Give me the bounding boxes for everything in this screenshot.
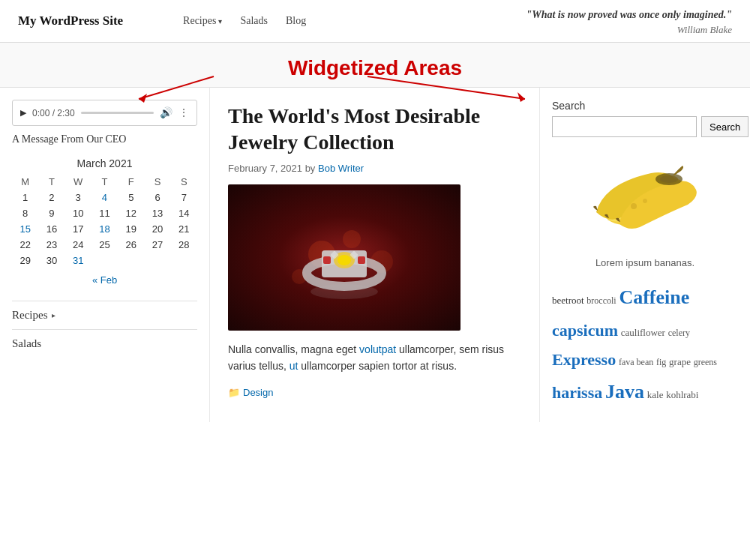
folder-icon: 📁 (228, 387, 240, 398)
article-author-link[interactable]: Bob Writer (318, 163, 364, 174)
tag-grape[interactable]: grape (669, 356, 691, 367)
audio-progress-bar[interactable] (81, 112, 154, 114)
audio-player: ▶ 0:00 / 2:30 🔊 ⋮ (12, 100, 197, 126)
banana-caption: Lorem ipsum bananas. (552, 257, 738, 268)
article-date: February 7, 2021 (228, 163, 302, 174)
calendar-day-5: 5 (118, 190, 144, 205)
banana-widget: Lorem ipsum bananas. (552, 152, 738, 268)
cal-header-m: M (12, 174, 38, 190)
main-layout: ▶ 0:00 / 2:30 🔊 ⋮ A Message From Our CEO… (0, 88, 750, 422)
calendar-day-17: 17 (65, 221, 92, 237)
left-nav-list: Recipes ▸ Salads (12, 301, 197, 358)
search-label: Search (552, 100, 738, 112)
calendar-day-24: 24 (65, 237, 92, 253)
widgetized-label: Widgetized Areas (0, 50, 750, 85)
nav-item-blog[interactable]: Blog (286, 15, 306, 27)
calendar-day-empty (144, 253, 170, 268)
calendar-day-11: 11 (92, 205, 118, 221)
calendar-widget: March 2021 M T W T F S S 123456789101112… (12, 157, 197, 286)
calendar-day-4[interactable]: 4 (92, 190, 118, 205)
cal-header-s2: S (171, 174, 197, 190)
calendar-day-31[interactable]: 31 (65, 253, 92, 268)
tag-greens[interactable]: greens (694, 357, 717, 367)
calendar-day-3: 3 (65, 190, 92, 205)
calendar-day-20: 20 (144, 221, 170, 237)
tag-capsicum[interactable]: capsicum (552, 321, 618, 340)
svg-rect-13 (358, 256, 365, 264)
left-nav-recipes[interactable]: Recipes ▸ (12, 301, 197, 329)
article-image (228, 184, 460, 331)
calendar-day-18[interactable]: 18 (92, 221, 118, 237)
calendar-day-14: 14 (171, 205, 197, 221)
tag-fava-bean[interactable]: fava bean (619, 357, 653, 367)
tag-expresso[interactable]: Expresso (552, 350, 616, 369)
tag-harissa[interactable]: harissa (552, 383, 602, 402)
audio-menu-icon[interactable]: ⋮ (178, 106, 189, 119)
article-by: by (305, 163, 316, 174)
calendar-day-2: 2 (38, 190, 64, 205)
calendar-day-23: 23 (38, 237, 64, 253)
chevron-down-icon: ▾ (218, 17, 222, 25)
tag-kohlrabi[interactable]: kohlrabi (666, 389, 698, 400)
calendar-day-7: 7 (171, 190, 197, 205)
category-link-design[interactable]: Design (243, 387, 273, 398)
svg-point-11 (338, 255, 351, 265)
nav-item-salads[interactable]: Salads (240, 15, 268, 27)
calendar-day-25: 25 (92, 237, 118, 253)
nav-label-salads: Salads (240, 15, 268, 27)
tag-celery[interactable]: celery (668, 328, 690, 338)
play-button[interactable]: ▶ (20, 108, 26, 118)
banana-svg (562, 152, 728, 250)
tag-broccoli[interactable]: broccoli (586, 295, 616, 306)
search-button[interactable]: Search (701, 116, 748, 137)
svg-point-16 (310, 284, 378, 299)
calendar-day-6: 6 (144, 190, 170, 205)
volume-icon[interactable]: 🔊 (160, 106, 172, 119)
calendar-day-27: 27 (144, 237, 170, 253)
calendar-day-10: 10 (65, 205, 92, 221)
calendar-day-30: 30 (38, 253, 64, 268)
tag-java[interactable]: Java (605, 381, 644, 403)
search-row: Search (552, 116, 738, 137)
site-title: My WordPress Site (18, 13, 123, 28)
calendar-day-28: 28 (171, 237, 197, 253)
article-category: 📁 Design (228, 387, 521, 398)
svg-point-5 (343, 230, 361, 248)
search-input[interactable] (552, 116, 697, 137)
article-title: The World's Most Desirable Jewelry Colle… (228, 103, 521, 155)
quote-author: William Blake (526, 24, 732, 36)
nav-label-blog: Blog (286, 15, 306, 27)
calendar-nav: « Feb (12, 274, 197, 286)
calendar-day-empty (118, 253, 144, 268)
article-meta: February 7, 2021 by Bob Writer (228, 163, 521, 174)
svg-rect-12 (323, 256, 331, 264)
article-text: Nulla convallis, magna eget volutpat ull… (228, 341, 521, 375)
nav-item-recipes[interactable]: Recipes ▾ (183, 15, 222, 27)
audio-time: 0:00 / 2:30 (32, 108, 75, 118)
search-widget: Search Search (552, 100, 738, 137)
calendar-title: March 2021 (12, 157, 197, 169)
tag-cauliflower[interactable]: cauliflower (621, 327, 665, 338)
calendar-day-16: 16 (38, 221, 64, 237)
article-link-volutpat[interactable]: volutpat (359, 343, 396, 355)
nav-label-recipes: Recipes (183, 15, 216, 27)
calendar-day-empty (92, 253, 118, 268)
tag-fig[interactable]: fig (656, 357, 666, 367)
header-quote: "What is now proved was once only imagin… (526, 9, 732, 36)
widgetized-banner: Widgetized Areas (0, 43, 750, 88)
left-nav-recipes-label: Recipes (12, 309, 47, 322)
article-link-ut[interactable]: ut (290, 360, 298, 372)
tag-caffeine[interactable]: Caffeine (619, 286, 689, 308)
tag-kale[interactable]: kale (647, 389, 664, 400)
calendar-day-1: 1 (12, 190, 38, 205)
left-nav-salads[interactable]: Salads (12, 329, 197, 358)
chevron-right-icon: ▸ (52, 311, 56, 319)
left-sidebar: ▶ 0:00 / 2:30 🔊 ⋮ A Message From Our CEO… (0, 88, 210, 422)
calendar-prev-link[interactable]: « Feb (92, 274, 117, 286)
calendar-day-15[interactable]: 15 (12, 221, 38, 237)
cal-header-w: W (65, 174, 92, 190)
tag-beetroot[interactable]: beetroot (552, 295, 584, 306)
calendar-day-12: 12 (118, 205, 144, 221)
calendar-day-13: 13 (144, 205, 170, 221)
tags-cloud: beetroot broccoli Caffeine capsicum caul… (552, 280, 738, 410)
